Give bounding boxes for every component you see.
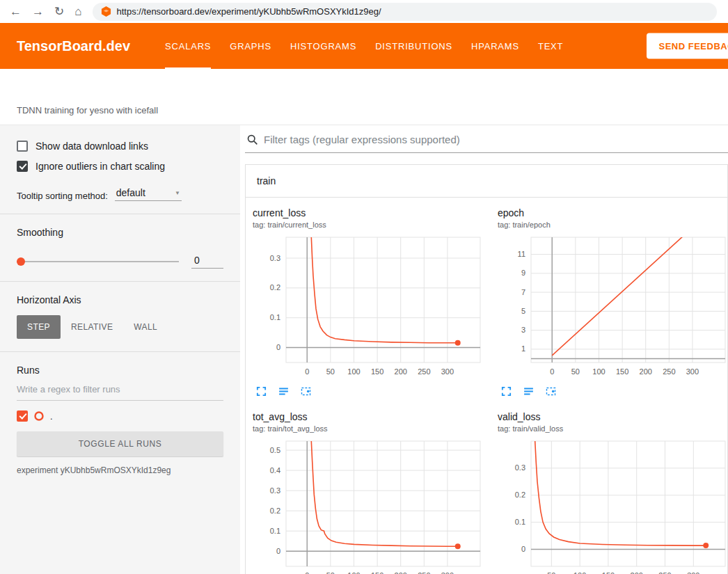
smoothing-label: Smoothing (17, 227, 223, 238)
runs-label: Runs (17, 365, 223, 376)
sidebar: Show data download links Ignore outliers… (0, 125, 240, 574)
svg-text:300: 300 (686, 367, 699, 376)
svg-text:150: 150 (371, 367, 383, 376)
svg-text:250: 250 (658, 571, 671, 574)
show-download-links-label: Show data download links (35, 141, 148, 152)
svg-text:0: 0 (305, 367, 309, 376)
svg-text:50: 50 (326, 571, 335, 574)
filter-tags-input[interactable] (264, 134, 728, 145)
svg-text:0.1: 0.1 (270, 527, 280, 535)
svg-text:250: 250 (418, 367, 430, 376)
search-icon (246, 134, 258, 145)
app-header: TensorBoard.dev SCALARSGRAPHSHISTOGRAMSD… (0, 23, 728, 69)
svg-text:200: 200 (395, 571, 407, 574)
svg-text:300: 300 (441, 367, 454, 376)
divider (0, 214, 240, 214)
svg-text:150: 150 (371, 571, 383, 574)
svg-text:50: 50 (326, 367, 335, 376)
axis-option-wall[interactable]: WALL (123, 315, 168, 339)
svg-text:0: 0 (305, 571, 309, 574)
fit-data-icon[interactable] (545, 385, 557, 397)
run-name: . (50, 411, 53, 422)
svg-text:0: 0 (521, 545, 525, 553)
axis-option-step[interactable]: STEP (17, 315, 61, 339)
svg-text:250: 250 (663, 367, 675, 376)
svg-text:0.2: 0.2 (515, 491, 525, 499)
svg-text:300: 300 (687, 571, 699, 574)
svg-text:0: 0 (276, 343, 280, 351)
tensorboard-favicon (101, 6, 111, 17)
sub-header: TDNN training for yesno with icefall (0, 69, 728, 125)
axis-option-relative[interactable]: RELATIVE (61, 315, 123, 339)
svg-text:200: 200 (395, 367, 407, 376)
svg-text:150: 150 (616, 367, 628, 376)
nav-tabs: SCALARSGRAPHSHISTOGRAMSDISTRIBUTIONSHPAR… (165, 23, 563, 69)
tooltip-sorting-select[interactable]: default ▼ (115, 187, 182, 201)
line-chart[interactable]: 5010015020025030000.10.20.3 (498, 437, 728, 574)
line-chart[interactable]: 05010015020025030000.10.20.30.40.5 (253, 437, 486, 574)
tab-hparams[interactable]: HPARAMS (471, 23, 519, 69)
forward-icon[interactable]: → (32, 6, 44, 17)
line-chart[interactable]: 0501001502002503001357911 (498, 233, 728, 381)
tab-scalars[interactable]: SCALARS (165, 23, 211, 69)
chart-actions (253, 385, 489, 397)
svg-text:150: 150 (602, 571, 615, 574)
tab-graphs[interactable]: GRAPHS (230, 23, 271, 69)
svg-text:0.3: 0.3 (515, 463, 525, 472)
address-bar[interactable]: https://tensorboard.dev/experiment/yKUbh… (93, 3, 717, 21)
charts-grid: current_loss tag: train/current_loss 050… (246, 198, 727, 574)
smoothing-slider[interactable] (17, 261, 179, 262)
svg-text:250: 250 (418, 571, 430, 574)
send-feedback-button[interactable]: SEND FEEDBACK (647, 33, 728, 59)
run-checkbox[interactable] (17, 410, 28, 422)
show-download-links-checkbox[interactable] (17, 141, 28, 152)
chart-title: current_loss (253, 207, 489, 218)
tab-distributions[interactable]: DISTRIBUTIONS (375, 23, 452, 69)
run-row[interactable]: . (17, 410, 223, 422)
svg-text:7: 7 (521, 288, 525, 296)
show-download-links-row: Show data download links (17, 141, 223, 152)
train-group-header[interactable]: train (246, 165, 727, 198)
fullscreen-icon[interactable] (500, 385, 512, 397)
filter-tags-row (245, 134, 728, 153)
svg-text:300: 300 (441, 571, 454, 574)
home-icon[interactable]: ⌂ (74, 6, 81, 17)
ignore-outliers-checkbox[interactable] (17, 161, 28, 172)
reload-icon[interactable]: ↻ (54, 6, 64, 17)
svg-text:0.1: 0.1 (515, 518, 525, 526)
chevron-down-icon: ▼ (175, 190, 180, 196)
line-chart[interactable]: 05010015020025030000.10.20.3 (253, 233, 486, 381)
chart-card: valid_loss tag: train/valid_loss 5010015… (498, 411, 728, 574)
ignore-outliers-label: Ignore outliers in chart scaling (35, 161, 165, 172)
chart-tag: tag: train/tot_avg_loss (253, 424, 489, 433)
ignore-outliers-row: Ignore outliers in chart scaling (17, 161, 223, 172)
toggle-all-runs-button[interactable]: TOGGLE ALL RUNS (17, 431, 223, 456)
chart-tag: tag: train/epoch (498, 221, 728, 229)
svg-text:1: 1 (521, 344, 525, 353)
svg-text:9: 9 (521, 269, 525, 277)
brand-title: TensorBoard.dev (17, 23, 130, 69)
fit-data-icon[interactable] (300, 385, 312, 397)
experiment-title: TDNN training for yesno with icefall (17, 105, 158, 115)
svg-text:5: 5 (521, 307, 525, 315)
y-axis-toggle-icon[interactable] (278, 385, 290, 397)
experiment-caption: experiment yKUbhb5wRmOSXYkId1z9eg (17, 465, 223, 475)
tab-text[interactable]: TEXT (538, 23, 563, 69)
tab-histograms[interactable]: HISTOGRAMS (290, 23, 356, 69)
chart-title: tot_avg_loss (253, 411, 489, 422)
chart-card: tot_avg_loss tag: train/tot_avg_loss 050… (253, 411, 489, 574)
chart-card: epoch tag: train/epoch 05010015020025030… (498, 207, 728, 397)
url-text: https://tensorboard.dev/experiment/yKUbh… (117, 6, 381, 17)
runs-filter-input[interactable] (17, 378, 223, 401)
svg-text:3: 3 (521, 326, 525, 334)
svg-text:0.2: 0.2 (270, 283, 280, 292)
y-axis-toggle-icon[interactable] (523, 385, 535, 397)
fullscreen-icon[interactable] (255, 385, 267, 397)
back-icon[interactable]: ← (10, 6, 22, 17)
content: Show data download links Ignore outliers… (0, 125, 728, 574)
svg-text:200: 200 (631, 571, 643, 574)
smoothing-slider-thumb[interactable] (17, 257, 25, 266)
chart-tag: tag: train/valid_loss (498, 424, 728, 433)
tooltip-sorting-value: default (116, 187, 145, 198)
smoothing-value-field[interactable]: 0 (191, 255, 223, 269)
